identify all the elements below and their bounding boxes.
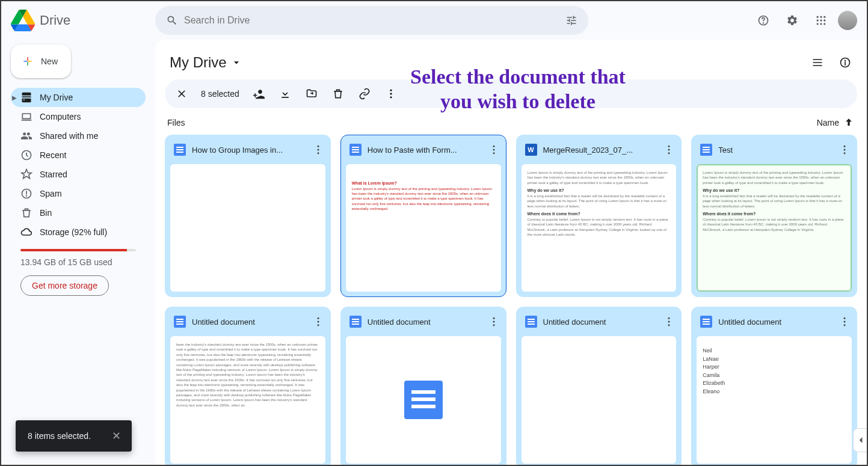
file-menu-icon[interactable] <box>485 141 502 158</box>
file-menu-icon[interactable] <box>836 313 853 330</box>
thumb-line: Eleano <box>703 388 846 396</box>
svg-point-22 <box>493 146 494 147</box>
file-menu-icon[interactable] <box>485 313 502 330</box>
support-icon[interactable] <box>751 8 775 32</box>
details-icon[interactable] <box>833 51 857 75</box>
nav-label: Shared with me <box>40 131 98 141</box>
svg-point-1 <box>763 23 764 23</box>
nav-label: Bin <box>40 208 52 218</box>
svg-point-42 <box>844 324 846 326</box>
svg-point-7 <box>823 19 825 21</box>
gdoc-icon <box>525 316 537 328</box>
selection-count: 8 selected <box>196 89 244 99</box>
file-card-header: Untitled document <box>517 307 682 336</box>
search-icon[interactable] <box>160 8 184 32</box>
shared-icon <box>20 130 32 142</box>
files-header: Files Name <box>165 117 857 129</box>
storage-used-text: 13.94 GB of 15 GB used <box>20 257 136 267</box>
nav-storage[interactable]: Storage (92% full) <box>11 222 146 242</box>
sidebar: New ▶ My Drive Computers Shared with me … <box>1 40 155 465</box>
file-card[interactable]: How to Paste with Form... What is Lorem … <box>340 135 506 297</box>
file-card-header: Test <box>692 135 857 164</box>
file-menu-icon[interactable] <box>310 141 327 158</box>
nav-list: ▶ My Drive Computers Shared with me Rece… <box>11 88 146 222</box>
gdoc-large-icon <box>404 381 443 419</box>
breadcrumb-my-drive[interactable]: My Drive <box>165 52 247 73</box>
chevron-right-icon: ▶ <box>12 94 17 101</box>
file-menu-icon[interactable] <box>660 313 677 330</box>
svg-point-40 <box>844 317 846 319</box>
nav-shared[interactable]: Shared with me <box>11 126 146 146</box>
selection-toast: 8 items selected. ✕ <box>16 420 132 452</box>
sort-button[interactable]: Name <box>817 117 855 129</box>
logo-area: Drive <box>11 8 155 32</box>
file-menu-icon[interactable] <box>310 313 327 330</box>
file-card-header: W MergeResult_2023_07_... <box>517 135 682 164</box>
file-title: How to Paste with Form... <box>368 146 479 155</box>
nav-recent[interactable]: Recent <box>11 146 146 165</box>
gdoc-icon <box>700 316 712 328</box>
arrow-up-icon <box>843 117 855 129</box>
search-input[interactable] <box>184 15 559 26</box>
file-thumbnail <box>170 164 325 292</box>
search-bar <box>155 6 588 35</box>
header-actions <box>751 8 857 32</box>
get-more-storage-button[interactable]: Get more storage <box>20 275 109 296</box>
apps-icon[interactable] <box>809 8 833 32</box>
thumb-line: Elizabeth <box>703 379 846 388</box>
file-thumbnail: been the industry's standard dummy text … <box>170 336 325 464</box>
svg-point-16 <box>390 90 392 91</box>
svg-point-25 <box>668 146 670 147</box>
file-card[interactable]: Untitled document been the industry's st… <box>165 307 331 465</box>
nav-starred[interactable]: Starred <box>11 165 146 184</box>
recent-icon <box>20 149 32 161</box>
link-icon[interactable] <box>352 82 377 106</box>
file-card[interactable]: Test Lorem Ipsum is simply dummy text of… <box>691 135 857 297</box>
file-menu-icon[interactable] <box>836 141 853 158</box>
file-card[interactable]: Untitled document <box>516 307 682 465</box>
search-options-icon[interactable] <box>559 8 583 32</box>
new-button[interactable]: New <box>11 44 71 78</box>
sidepanel-collapse-icon[interactable] <box>853 428 867 452</box>
svg-point-10 <box>823 23 825 25</box>
file-grid: How to Group Images in... How to Paste w… <box>165 135 857 465</box>
main-head: My Drive <box>165 48 857 77</box>
file-card[interactable]: Untitled document Neil LaNae Harper Cami… <box>691 307 857 465</box>
file-card[interactable]: Untitled document <box>340 307 506 465</box>
breadcrumb-label: My Drive <box>170 54 227 71</box>
svg-point-39 <box>668 324 670 326</box>
nav-spam[interactable]: Spam <box>11 184 146 203</box>
file-card-header: How to Paste with Form... <box>341 135 506 164</box>
selection-toolbar: 8 selected <box>165 79 857 108</box>
file-menu-icon[interactable] <box>660 141 677 158</box>
file-card[interactable]: W MergeResult_2023_07_... Lorem Ipsum is… <box>516 135 682 297</box>
toast-close-icon[interactable]: ✕ <box>109 429 123 443</box>
gdoc-icon <box>174 144 186 156</box>
svg-point-28 <box>844 146 846 147</box>
file-title: MergeResult_2023_07_... <box>543 146 655 155</box>
sort-label: Name <box>817 118 839 127</box>
svg-point-33 <box>317 324 319 326</box>
file-card-header: Untitled document <box>341 307 506 336</box>
file-card[interactable]: How to Group Images in... <box>165 135 331 297</box>
app-header: Drive <box>1 1 867 40</box>
nav-label: My Drive <box>40 93 73 102</box>
settings-icon[interactable] <box>780 8 804 32</box>
more-actions-icon[interactable] <box>379 82 403 106</box>
share-icon[interactable] <box>247 82 271 106</box>
app-title: Drive <box>40 13 70 28</box>
svg-point-9 <box>820 23 822 25</box>
nav-my-drive[interactable]: ▶ My Drive <box>11 88 146 107</box>
list-view-icon[interactable] <box>805 51 830 75</box>
clear-selection-icon[interactable] <box>170 82 194 106</box>
delete-icon[interactable] <box>326 82 350 106</box>
nav-bin[interactable]: Bin <box>11 203 146 222</box>
nav-computers[interactable]: Computers <box>11 107 146 126</box>
download-icon[interactable] <box>273 82 297 106</box>
move-icon[interactable] <box>300 82 324 106</box>
trash-icon <box>20 207 32 219</box>
svg-point-3 <box>820 16 822 18</box>
account-avatar[interactable] <box>838 11 857 30</box>
svg-point-26 <box>668 149 670 151</box>
svg-point-19 <box>317 146 319 147</box>
